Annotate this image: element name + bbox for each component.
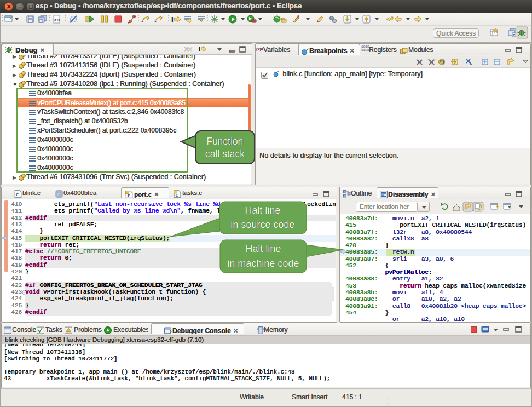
svg-text:in source code: in source code (230, 219, 294, 230)
svg-text:Function: Function (206, 136, 243, 147)
svg-text:Halt line: Halt line (245, 205, 280, 216)
svg-text:Halt line: Halt line (245, 243, 281, 254)
svg-text:call stack: call stack (205, 148, 245, 159)
svg-text:in machine code: in machine code (227, 258, 299, 269)
